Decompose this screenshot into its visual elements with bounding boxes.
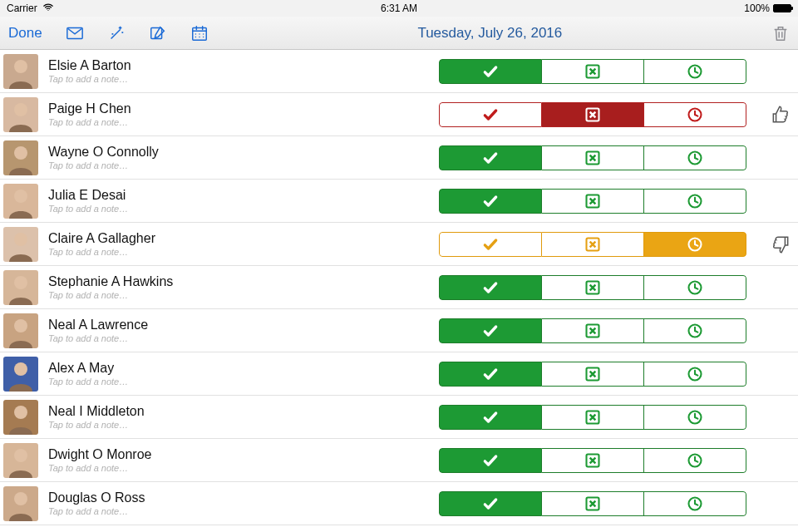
thumbs-down-icon[interactable] <box>763 234 798 255</box>
calendar-icon[interactable] <box>190 24 209 42</box>
note-placeholder[interactable]: Tap to add a note… <box>48 290 439 300</box>
segment-cross[interactable] <box>542 405 644 430</box>
note-placeholder[interactable]: Tap to add a note… <box>48 333 439 343</box>
segment-clock[interactable] <box>644 275 746 300</box>
status-segment-control <box>439 275 746 300</box>
segment-check[interactable] <box>439 448 542 473</box>
person-name: Douglas O Ross <box>48 490 439 505</box>
avatar <box>3 184 38 219</box>
list-item[interactable]: Claire A GallagherTap to add a note… <box>0 223 798 266</box>
segment-cross[interactable] <box>542 275 644 300</box>
segment-cross[interactable] <box>542 448 644 473</box>
person-name: Paige H Chen <box>48 101 439 116</box>
segment-cross[interactable] <box>542 59 644 84</box>
avatar <box>3 400 38 435</box>
segment-check[interactable] <box>439 59 542 84</box>
list-item[interactable]: Alex A MayTap to add a note… <box>0 352 798 396</box>
mail-icon[interactable] <box>66 24 84 42</box>
status-segment-control <box>439 491 746 516</box>
note-placeholder[interactable]: Tap to add a note… <box>48 204 439 214</box>
segment-check[interactable] <box>439 405 542 430</box>
avatar <box>3 97 38 132</box>
avatar <box>3 270 38 305</box>
note-placeholder[interactable]: Tap to add a note… <box>48 74 439 84</box>
done-button[interactable]: Done <box>8 25 42 42</box>
status-segment-control <box>439 448 746 473</box>
person-name: Stephanie A Hawkins <box>48 274 439 289</box>
note-placeholder[interactable]: Tap to add a note… <box>48 117 439 127</box>
segment-clock[interactable] <box>644 145 746 170</box>
note-placeholder[interactable]: Tap to add a note… <box>48 420 439 430</box>
list-item[interactable]: Paige H ChenTap to add a note… <box>0 93 798 136</box>
list-item[interactable]: Elsie A BartonTap to add a note… <box>0 50 798 93</box>
note-placeholder[interactable]: Tap to add a note… <box>48 247 439 257</box>
segment-cross[interactable] <box>542 491 644 516</box>
status-segment-control <box>439 189 746 214</box>
segment-check[interactable] <box>439 145 542 170</box>
avatar <box>3 443 38 478</box>
thumbs-up-icon[interactable] <box>763 104 798 126</box>
list-item[interactable]: Wayne O ConnollyTap to add a note… <box>0 136 798 180</box>
list-item[interactable]: Julia E DesaiTap to add a note… <box>0 180 798 223</box>
list-item[interactable]: Neal I MiddletonTap to add a note… <box>0 396 798 439</box>
list-item[interactable]: Dwight O MonroeTap to add a note… <box>0 439 798 482</box>
avatar <box>3 54 38 89</box>
note-placeholder[interactable]: Tap to add a note… <box>48 463 439 473</box>
wand-icon[interactable] <box>107 24 126 42</box>
status-segment-control <box>439 145 746 170</box>
avatar <box>3 486 38 521</box>
avatar <box>3 140 38 175</box>
segment-check[interactable] <box>439 232 542 257</box>
segment-clock[interactable] <box>644 362 746 387</box>
segment-clock[interactable] <box>644 59 746 84</box>
status-segment-control <box>439 405 746 430</box>
attendance-list: Elsie A BartonTap to add a note…Paige H … <box>0 50 798 532</box>
segment-clock[interactable] <box>644 448 746 473</box>
note-placeholder[interactable]: Tap to add a note… <box>48 506 439 516</box>
avatar <box>3 227 38 262</box>
note-placeholder[interactable]: Tap to add a note… <box>48 377 439 387</box>
segment-clock[interactable] <box>644 318 746 343</box>
wifi-icon <box>42 2 54 16</box>
segment-clock[interactable] <box>644 189 746 214</box>
person-name: Dwight O Monroe <box>48 447 439 462</box>
person-name: Neal I Middleton <box>48 404 439 419</box>
segment-check[interactable] <box>439 362 542 387</box>
person-name: Julia E Desai <box>48 188 439 203</box>
segment-cross[interactable] <box>542 232 644 257</box>
segment-check[interactable] <box>439 102 542 127</box>
status-segment-control <box>439 232 746 257</box>
list-item[interactable]: Stephanie A HawkinsTap to add a note… <box>0 266 798 309</box>
segment-clock[interactable] <box>644 232 746 257</box>
toolbar: Done Tuesday, July 26, 2016 <box>0 17 798 50</box>
list-item[interactable]: Neal A LawrenceTap to add a note… <box>0 309 798 352</box>
status-segment-control <box>439 102 746 127</box>
status-time: 6:31 AM <box>268 2 530 14</box>
battery-percent: 100% <box>744 2 770 14</box>
status-bar: Carrier 6:31 AM 100% <box>0 0 798 17</box>
person-name: Claire A Gallagher <box>48 231 439 246</box>
segment-clock[interactable] <box>644 405 746 430</box>
segment-cross[interactable] <box>542 362 644 387</box>
segment-check[interactable] <box>439 491 542 516</box>
segment-cross[interactable] <box>542 189 644 214</box>
segment-clock[interactable] <box>644 491 746 516</box>
segment-check[interactable] <box>439 189 542 214</box>
toolbar-date[interactable]: Tuesday, July 26, 2016 <box>227 25 753 42</box>
segment-cross[interactable] <box>542 102 644 127</box>
compose-icon[interactable] <box>149 24 167 42</box>
status-segment-control <box>439 59 746 84</box>
list-item[interactable]: Douglas O RossTap to add a note… <box>0 482 798 525</box>
segment-cross[interactable] <box>542 318 644 343</box>
segment-cross[interactable] <box>542 145 644 170</box>
trash-icon[interactable] <box>771 24 790 42</box>
segment-check[interactable] <box>439 318 542 343</box>
segment-clock[interactable] <box>644 102 746 127</box>
person-name: Elsie A Barton <box>48 58 439 73</box>
note-placeholder[interactable]: Tap to add a note… <box>48 160 439 170</box>
person-name: Alex A May <box>48 361 439 376</box>
segment-check[interactable] <box>439 275 542 300</box>
status-segment-control <box>439 318 746 343</box>
person-name: Neal A Lawrence <box>48 318 439 332</box>
avatar <box>3 313 38 348</box>
